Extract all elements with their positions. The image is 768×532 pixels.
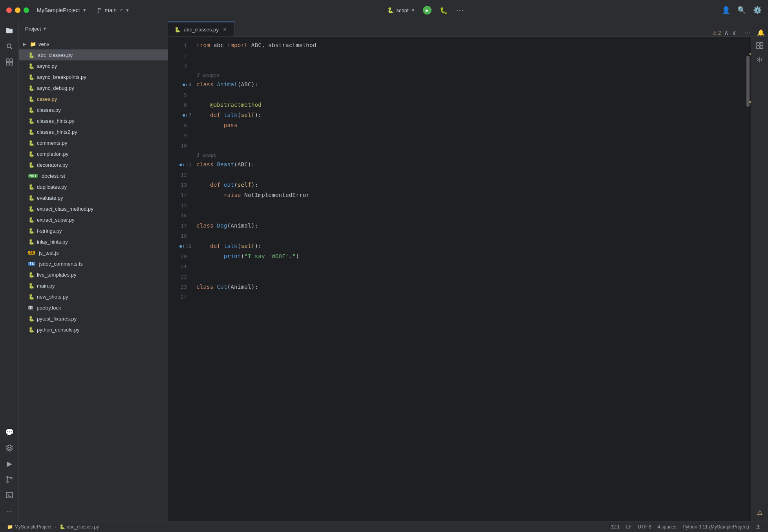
activity-structure-icon[interactable] bbox=[2, 55, 16, 69]
status-indent[interactable]: 4 spaces bbox=[655, 523, 679, 531]
activity-more-icon[interactable]: ··· bbox=[2, 504, 16, 518]
project-selector[interactable]: MySampleProject ▼ bbox=[37, 7, 87, 13]
sidebar-item-pytest-fixtures[interactable]: 🐍 pytest_fixtures.py bbox=[19, 313, 168, 324]
run-config-selector[interactable]: 🐍 script ▼ bbox=[387, 7, 415, 13]
status-line-ending[interactable]: LF bbox=[624, 523, 634, 531]
activity-terminal-icon[interactable] bbox=[2, 488, 16, 502]
sidebar-item-new-shots[interactable]: 🐍 new_shots.py bbox=[19, 291, 168, 302]
minimize-button[interactable] bbox=[15, 7, 20, 13]
keyword-from: from bbox=[196, 40, 210, 50]
branch-selector[interactable]: main ↗ ▼ bbox=[96, 7, 130, 13]
svg-rect-16 bbox=[757, 42, 759, 45]
navigate-up-icon[interactable]: ∧ bbox=[724, 29, 729, 36]
status-project-breadcrumb[interactable]: 📁 MySampleProject bbox=[5, 523, 54, 531]
svg-rect-6 bbox=[6, 59, 9, 62]
sidebar-item-classes-hints[interactable]: 🐍 classes_hints.py bbox=[19, 115, 168, 126]
activity-search-icon[interactable] bbox=[2, 39, 16, 53]
status-language[interactable]: Python 3.11 (MySampleProject) bbox=[680, 523, 752, 531]
python-file-icon: 🐍 bbox=[28, 151, 35, 157]
close-button[interactable] bbox=[6, 7, 12, 13]
tab-close-button[interactable]: ✕ bbox=[222, 26, 228, 33]
file-name: abc_classes.py bbox=[38, 52, 73, 58]
fullscreen-button[interactable] bbox=[24, 7, 29, 13]
sidebar-item-duplicates[interactable]: 🐍 duplicates.py bbox=[19, 181, 168, 192]
activity-chat-icon[interactable]: 💬 bbox=[2, 425, 16, 439]
more-run-options[interactable]: ⋯ bbox=[456, 6, 464, 14]
fold-icon-7[interactable]: ●↓ bbox=[183, 113, 188, 118]
tab-abc-classes[interactable]: 🐍 abc_classes.py ✕ bbox=[168, 22, 235, 36]
activity-git-icon[interactable] bbox=[2, 472, 16, 486]
fold-icon-4[interactable]: ●↓ bbox=[183, 82, 188, 87]
file-name: main.py bbox=[37, 283, 55, 289]
activity-folder-icon[interactable] bbox=[2, 24, 16, 38]
code-body[interactable]: 1 2 3 ●↓4 5 6 ●↓7 8 9 bbox=[168, 37, 751, 521]
status-cursor-position[interactable]: 32:1 bbox=[608, 523, 622, 531]
status-upload-icon[interactable] bbox=[753, 523, 763, 531]
file-name: async.py bbox=[37, 63, 57, 69]
structure-view-icon[interactable] bbox=[754, 40, 765, 51]
debug-button[interactable]: 🐛 bbox=[439, 6, 448, 15]
warning-marker-1 bbox=[750, 53, 751, 55]
sidebar-item-main[interactable]: 🐍 main.py bbox=[19, 280, 168, 291]
sidebar-item-abc-classes[interactable]: 🐍 abc_classes.py bbox=[19, 49, 168, 60]
line-num-10: 10 bbox=[168, 140, 193, 151]
activity-layers-icon[interactable] bbox=[2, 441, 16, 455]
line-num-7: ●↓7 bbox=[168, 110, 193, 120]
file-name: classes_hints2.py bbox=[37, 129, 77, 135]
user-icon[interactable]: 👤 bbox=[722, 6, 730, 15]
line-num-5: 5 bbox=[168, 89, 193, 100]
code-line-3 bbox=[193, 60, 745, 71]
minimap-scrollbar[interactable] bbox=[745, 38, 751, 519]
sidebar-item-js-test[interactable]: JS js_test.js bbox=[19, 247, 168, 258]
sidebar-item-comments[interactable]: 🐍 comments.py bbox=[19, 137, 168, 148]
sidebar-item-doctest[interactable]: RST doctest.rst bbox=[19, 170, 168, 181]
notifications-icon[interactable]: 🔔 bbox=[754, 29, 768, 36]
run-button[interactable]: ▶ bbox=[423, 6, 432, 15]
sidebar-item-decorators[interactable]: 🐍 decorators.py bbox=[19, 159, 168, 170]
warning-number: 2 bbox=[718, 30, 721, 36]
line-num-13: 13 bbox=[168, 180, 193, 190]
sidebar-item-live-templates[interactable]: 🐍 live_templates.py bbox=[19, 269, 168, 280]
status-encoding[interactable]: UTF-8 bbox=[636, 523, 654, 531]
python-icon: 🐍 bbox=[387, 7, 394, 13]
svg-line-5 bbox=[11, 47, 12, 49]
tab-overflow-icon[interactable]: ⋯ bbox=[741, 29, 754, 36]
sidebar-item-classes-hints2[interactable]: 🐍 classes_hints2.py bbox=[19, 126, 168, 137]
file-name: extract_super.py bbox=[37, 217, 74, 223]
sidebar-item-inlay-hints[interactable]: 🐍 inlay_hints.py bbox=[19, 236, 168, 247]
line-num-23: 23 bbox=[168, 282, 193, 292]
sidebar-item-async[interactable]: 🐍 async.py bbox=[19, 60, 168, 71]
navigate-down-icon[interactable]: ∨ bbox=[732, 29, 737, 36]
sidebar-item-jsdoc[interactable]: TS jsdoc_comments.ts bbox=[19, 258, 168, 269]
warning-panel-icon[interactable]: ⚠ bbox=[754, 507, 765, 518]
sidebar-item-f-strings[interactable]: 🐍 f-strings.py bbox=[19, 225, 168, 236]
sidebar-item-cases[interactable]: 🐍 cases.py bbox=[19, 93, 168, 104]
sidebar-item-async-debug[interactable]: 🐍 async_debug.py bbox=[19, 82, 168, 93]
code-line-20: print ( "I say 'WOOF'." ) bbox=[193, 251, 745, 261]
search-icon[interactable]: 🔍 bbox=[737, 6, 746, 15]
sidebar-item-completion[interactable]: 🐍 completion.py bbox=[19, 148, 168, 159]
sidebar-item-extract-class[interactable]: 🐍 extract_class_method.py bbox=[19, 203, 168, 214]
sidebar-item-python-console[interactable]: 🐍 python_console.py bbox=[19, 324, 168, 335]
sidebar-item-extract-super[interactable]: 🐍 extract_super.py bbox=[19, 214, 168, 225]
file-name: duplicates.py bbox=[37, 184, 67, 190]
warning-count[interactable]: ⚠ 2 bbox=[713, 30, 721, 36]
file-name: new_shots.py bbox=[37, 294, 68, 300]
scrollbar-thumb[interactable] bbox=[746, 56, 750, 107]
status-file-breadcrumb[interactable]: 🐍 abc_classes.py bbox=[57, 523, 101, 531]
python-icon: 🐍 bbox=[59, 524, 65, 530]
python-file-icon: 🐍 bbox=[28, 107, 35, 113]
fold-icon-11[interactable]: ●↓ bbox=[179, 162, 185, 167]
file-name: poetry.lock bbox=[37, 305, 61, 311]
activity-run-icon[interactable]: ▶ bbox=[2, 457, 16, 471]
sidebar-item-poetry-lock[interactable]: T poetry.lock bbox=[19, 302, 168, 313]
fold-icon-19[interactable]: ●↑ bbox=[179, 244, 185, 249]
code-content[interactable]: from abc import ABC, abstractmethod 3 us… bbox=[193, 38, 745, 519]
settings-icon[interactable]: ⚙️ bbox=[753, 6, 762, 15]
diff-view-icon[interactable] bbox=[754, 54, 765, 65]
sidebar-item-venv[interactable]: ▶ 📁 venv bbox=[19, 38, 168, 49]
sidebar-item-evaluate[interactable]: 🐍 evaluate.py bbox=[19, 192, 168, 203]
sidebar-item-async-breakpoints[interactable]: 🐍 async_breakpoints.py bbox=[19, 71, 168, 82]
editor-with-gutter: 1 2 3 ●↓4 5 6 ●↓7 8 9 bbox=[168, 37, 751, 521]
sidebar-item-classes[interactable]: 🐍 classes.py bbox=[19, 104, 168, 115]
